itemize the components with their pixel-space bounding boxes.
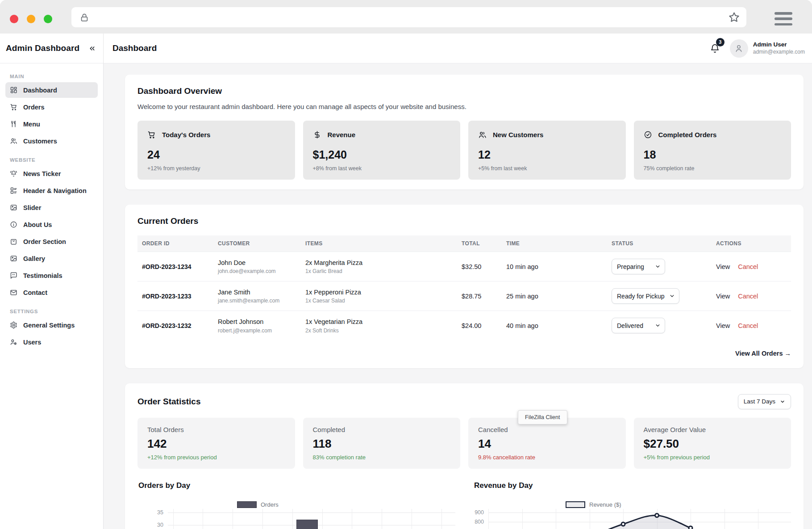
sidebar-item-label: Contact (23, 289, 47, 296)
dollar-icon (313, 130, 321, 139)
user-menu[interactable]: Admin User admin@example.com (730, 39, 805, 58)
close-window-button[interactable] (10, 15, 18, 23)
view-order-link[interactable]: View (716, 322, 730, 329)
bag-icon (10, 238, 17, 245)
minimize-window-button[interactable] (27, 15, 35, 23)
stat-subtext: +8% from last week (313, 165, 451, 172)
bookmark-star-icon[interactable] (728, 11, 740, 23)
status-select-value: Delivered (617, 322, 643, 329)
period-select-value: Last 7 Days (744, 398, 775, 405)
stat-label: Total Orders (147, 426, 285, 433)
data-point-fri (621, 522, 625, 526)
stat-subtext: +5% from last week (478, 165, 616, 172)
sidebar-item-about-us[interactable]: About Us (5, 217, 98, 232)
cancel-order-link[interactable]: Cancel (738, 322, 758, 329)
sidebar-item-header-navigation[interactable]: Header & Navigation (5, 183, 98, 198)
status-select[interactable]: Preparing (612, 259, 665, 274)
overview-title: Dashboard Overview (137, 86, 791, 96)
sidebar-collapse-icon[interactable] (88, 45, 96, 52)
cancel-order-link[interactable]: Cancel (738, 293, 758, 300)
gear-icon (10, 321, 17, 329)
sidebar-item-order-section[interactable]: Order Section (5, 234, 98, 249)
order-items-line1: 1x Pepperoni Pizza (305, 288, 453, 297)
address-bar[interactable] (71, 7, 746, 27)
customer-name: Robert Johnson (218, 318, 296, 326)
customer-email: robert.j@example.com (218, 327, 296, 334)
status-select[interactable]: Delivered (612, 318, 665, 333)
chart-plot: 35302520 (137, 509, 455, 529)
sidebar-item-general-settings[interactable]: General Settings (5, 317, 98, 333)
stat-value: 12 (478, 148, 616, 161)
order-items-line2: 1x Garlic Bread (305, 268, 453, 274)
mail-icon (10, 289, 17, 296)
customer-email: john.doe@example.com (218, 268, 296, 274)
stat-label: Cancelled (478, 426, 616, 433)
status-select-value: Ready for Pickup (617, 293, 665, 300)
status-select-value: Preparing (617, 263, 644, 270)
order-time: 25 min ago (506, 293, 538, 300)
order-items-line2: 1x Caesar Salad (305, 298, 453, 304)
current-orders-card: Current Orders Order IDCustomerItemsTota… (125, 205, 804, 368)
column-header: Total (457, 235, 502, 252)
stat-value: 142 (147, 437, 285, 451)
order-statistics-title: Order Statistics (137, 397, 201, 407)
sidebar-item-menu[interactable]: Menu (5, 116, 98, 132)
sidebar-item-dashboard[interactable]: Dashboard (5, 82, 98, 98)
sidebar-item-users[interactable]: Users (5, 334, 98, 350)
sidebar-item-label: About Us (23, 221, 52, 228)
dashboard-icon (10, 86, 17, 94)
stat-subtext: 75% completion rate (644, 165, 782, 172)
sidebar-item-label: Slider (23, 204, 41, 211)
view-order-link[interactable]: View (716, 263, 730, 270)
app-title: Admin Dashboard (6, 43, 79, 53)
statistics-card: Cancelled149.8% cancellation rate (468, 418, 626, 469)
welcome-text: Welcome to your restaurant admin dashboa… (137, 103, 791, 110)
column-header: Time (502, 235, 607, 252)
cancel-order-link[interactable]: Cancel (738, 263, 758, 270)
sidebar-item-orders[interactable]: Orders (5, 99, 98, 115)
v-gridline (322, 509, 323, 529)
user-gear-icon (10, 338, 17, 346)
utensils-icon (10, 120, 17, 128)
overview-stat-card: Completed Orders1875% completion rate (634, 121, 791, 180)
chevron-down-icon (669, 293, 675, 299)
sidebar-item-label: Orders (23, 104, 45, 111)
sidebar-item-news-ticker[interactable]: News Ticker (5, 166, 98, 181)
sidebar-item-slider[interactable]: Slider (5, 200, 98, 215)
sidebar-item-label: General Settings (23, 322, 75, 329)
overview-stat-card: Today's Orders24+12% from yesterday (137, 121, 295, 180)
sidebar-header: Admin Dashboard (0, 34, 103, 63)
customer-name: Jane Smith (218, 288, 296, 297)
sidebar-item-testimonials[interactable]: Testimonials (5, 268, 98, 283)
order-row: #ORD-2023-1233Jane Smithjane.smith@examp… (137, 281, 791, 311)
content: Dashboard Overview Welcome to your resta… (104, 63, 812, 529)
sidebar-item-contact[interactable]: Contact (5, 285, 98, 300)
window-controls (10, 15, 52, 23)
v-gridline (352, 509, 352, 529)
zoom-window-button[interactable] (44, 15, 52, 23)
users-icon (478, 130, 487, 139)
bar-fri (296, 520, 318, 529)
period-select[interactable]: Last 7 Days (738, 394, 791, 409)
column-header: Order ID (137, 235, 213, 252)
view-all-orders-link[interactable]: View All Orders → (735, 350, 791, 357)
filezilla-tooltip: FileZilla Client (518, 410, 567, 424)
stat-subtext: 9.8% cancellation rate (478, 454, 616, 461)
browser-menu-button[interactable] (775, 12, 792, 25)
area-fill (488, 515, 691, 529)
y-axis-tick: 800 (473, 519, 484, 525)
stat-value: 14 (478, 437, 616, 451)
chart-legend: Orders (237, 501, 455, 508)
sidebar-nav: MAINDashboardOrdersMenuCustomersWEBSITEN… (0, 63, 103, 353)
notifications-button[interactable]: 3 (710, 42, 720, 55)
status-select[interactable]: Ready for Pickup (612, 288, 679, 304)
order-id: #ORD-2023-1234 (142, 263, 192, 270)
stat-subtext: 83% completion rate (313, 454, 451, 461)
stat-value: $27.50 (644, 437, 782, 451)
sidebar-item-customers[interactable]: Customers (5, 133, 98, 149)
view-order-link[interactable]: View (716, 293, 730, 300)
quote-icon (10, 272, 17, 279)
chevron-down-icon (655, 323, 661, 328)
sidebar-item-gallery[interactable]: Gallery (5, 251, 98, 266)
column-header: Items (301, 235, 457, 252)
